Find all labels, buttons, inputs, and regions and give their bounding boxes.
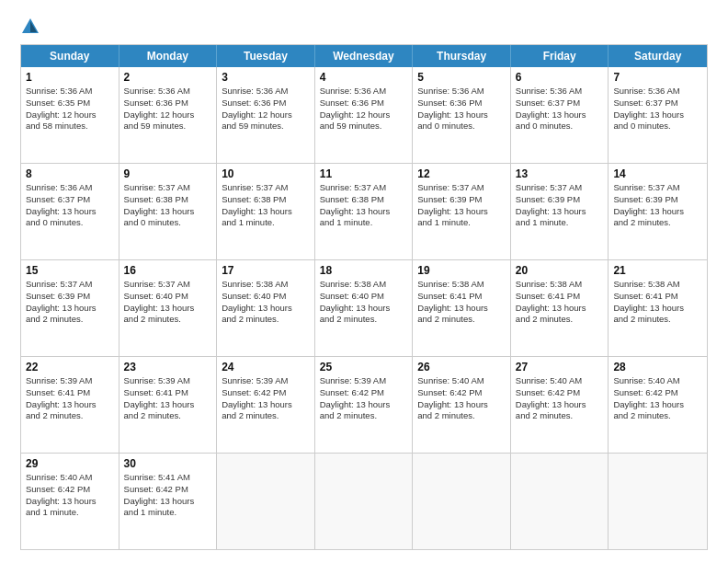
svg-marker-1 [30,21,37,32]
cell-line: and 2 minutes. [124,410,212,422]
cell-line: Daylight: 13 hours [320,206,408,218]
cell-line: Sunset: 6:36 PM [417,98,506,109]
cell-line: and 59 minutes. [222,121,310,132]
cell-line: Sunrise: 5:36 AM [417,86,506,98]
calendar-header: SundayMondayTuesdayWednesdayThursdayFrid… [21,45,707,67]
cell-line: Sunset: 6:37 PM [613,98,702,109]
cell-line: and 59 minutes. [124,121,212,132]
cell-line: Sunrise: 5:37 AM [26,279,114,291]
day-cell-12: 12Sunrise: 5:37 AMSunset: 6:39 PMDayligh… [413,164,511,259]
cell-line: Daylight: 12 hours [124,109,212,121]
day-number: 6 [516,71,604,84]
day-number: 9 [124,167,212,180]
cell-line: and 1 minute. [320,217,408,229]
cell-line: Sunset: 6:42 PM [613,387,702,399]
day-cell-5: 5Sunrise: 5:36 AMSunset: 6:36 PMDaylight… [413,67,511,163]
cell-line: Daylight: 13 hours [222,303,310,315]
day-cell-18: 18Sunrise: 5:38 AMSunset: 6:40 PMDayligh… [315,260,414,356]
empty-cell [413,454,511,549]
cell-line: Sunrise: 5:39 AM [124,375,212,387]
calendar-row-4: 22Sunrise: 5:39 AMSunset: 6:41 PMDayligh… [21,357,707,454]
day-cell-1: 1Sunrise: 5:36 AMSunset: 6:35 PMDaylight… [21,67,119,163]
cell-line: Sunset: 6:36 PM [222,98,310,109]
cell-line: and 2 minutes. [516,410,604,422]
cell-line: Daylight: 13 hours [320,399,408,411]
day-cell-22: 22Sunrise: 5:39 AMSunset: 6:41 PMDayligh… [21,357,119,453]
cell-line: and 2 minutes. [613,314,702,326]
cell-line: Daylight: 13 hours [613,303,702,315]
cell-line: Sunrise: 5:37 AM [516,182,604,194]
day-cell-23: 23Sunrise: 5:39 AMSunset: 6:41 PMDayligh… [119,357,218,453]
cell-line: Sunrise: 5:37 AM [417,182,506,194]
day-number: 16 [124,264,212,277]
cell-line: Daylight: 12 hours [222,109,310,121]
day-number: 24 [222,361,310,373]
day-cell-10: 10Sunrise: 5:37 AMSunset: 6:38 PMDayligh… [217,164,315,259]
cell-line: Sunset: 6:42 PM [124,484,212,496]
cell-line: Sunrise: 5:36 AM [124,86,212,98]
day-number: 25 [320,361,408,373]
day-number: 1 [26,71,114,84]
cell-line: Sunset: 6:40 PM [222,291,310,303]
cell-line: Sunrise: 5:37 AM [613,182,702,194]
day-cell-14: 14Sunrise: 5:37 AMSunset: 6:39 PMDayligh… [609,164,707,259]
header [20,17,708,37]
cell-line: Daylight: 12 hours [26,109,114,121]
header-day-friday: Friday [511,45,609,67]
cell-line: Daylight: 12 hours [320,109,408,121]
cell-line: and 1 minute. [516,217,604,229]
day-cell-3: 3Sunrise: 5:36 AMSunset: 6:36 PMDaylight… [217,67,315,163]
day-cell-30: 30Sunrise: 5:41 AMSunset: 6:42 PMDayligh… [119,454,218,549]
day-cell-4: 4Sunrise: 5:36 AMSunset: 6:36 PMDaylight… [315,67,414,163]
day-cell-13: 13Sunrise: 5:37 AMSunset: 6:39 PMDayligh… [511,164,609,259]
cell-line: and 1 minute. [26,507,114,519]
day-cell-16: 16Sunrise: 5:37 AMSunset: 6:40 PMDayligh… [119,260,218,356]
day-cell-21: 21Sunrise: 5:38 AMSunset: 6:41 PMDayligh… [609,260,707,356]
cell-line: and 0 minutes. [613,121,702,132]
cell-line: and 0 minutes. [417,121,506,132]
page: SundayMondayTuesdayWednesdayThursdayFrid… [0,0,728,563]
cell-line: Sunrise: 5:38 AM [320,279,408,291]
header-day-sunday: Sunday [21,45,119,67]
cell-line: Sunset: 6:39 PM [516,194,604,206]
cell-line: Sunset: 6:40 PM [320,291,408,303]
cell-line: and 1 minute. [124,507,212,519]
calendar: SundayMondayTuesdayWednesdayThursdayFrid… [20,44,708,550]
cell-line: and 59 minutes. [320,121,408,132]
cell-line: Sunrise: 5:36 AM [613,86,702,98]
cell-line: Sunset: 6:41 PM [124,387,212,399]
day-number: 17 [222,264,310,277]
cell-line: Sunset: 6:42 PM [222,387,310,399]
cell-line: Sunset: 6:41 PM [516,291,604,303]
cell-line: Daylight: 13 hours [516,206,604,218]
cell-line: Daylight: 13 hours [26,206,114,218]
day-number: 12 [417,167,506,180]
cell-line: and 2 minutes. [320,314,408,326]
cell-line: and 0 minutes. [124,217,212,229]
cell-line: Sunset: 6:38 PM [222,194,310,206]
calendar-body: 1Sunrise: 5:36 AMSunset: 6:35 PMDaylight… [21,67,707,549]
day-cell-11: 11Sunrise: 5:37 AMSunset: 6:38 PMDayligh… [315,164,414,259]
cell-line: Sunrise: 5:36 AM [26,182,114,194]
day-number: 15 [26,264,114,277]
day-number: 19 [417,264,506,277]
cell-line: Sunrise: 5:37 AM [124,279,212,291]
cell-line: Sunset: 6:37 PM [516,98,604,109]
day-cell-7: 7Sunrise: 5:36 AMSunset: 6:37 PMDaylight… [609,67,707,163]
cell-line: Sunset: 6:38 PM [320,194,408,206]
cell-line: Daylight: 13 hours [26,303,114,315]
cell-line: Sunset: 6:42 PM [417,387,506,399]
cell-line: Sunrise: 5:40 AM [417,375,506,387]
day-cell-24: 24Sunrise: 5:39 AMSunset: 6:42 PMDayligh… [217,357,315,453]
cell-line: Sunrise: 5:39 AM [26,375,114,387]
day-number: 5 [417,71,506,84]
cell-line: Sunrise: 5:40 AM [516,375,604,387]
empty-cell [315,454,414,549]
day-cell-29: 29Sunrise: 5:40 AMSunset: 6:42 PMDayligh… [21,454,119,549]
day-number: 20 [516,264,604,277]
logo [20,17,44,37]
day-cell-6: 6Sunrise: 5:36 AMSunset: 6:37 PMDaylight… [511,67,609,163]
empty-cell [217,454,315,549]
cell-line: Sunset: 6:41 PM [417,291,506,303]
header-day-saturday: Saturday [609,45,707,67]
